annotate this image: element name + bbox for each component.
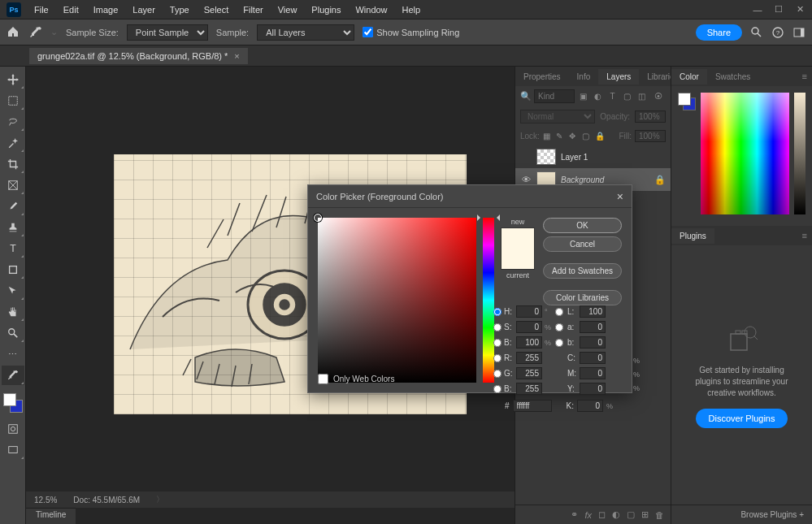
m-input[interactable] — [580, 367, 606, 379]
tab-info[interactable]: Info — [569, 69, 599, 84]
stamp-tool[interactable] — [2, 218, 24, 237]
lock-all-icon[interactable]: 🔒 — [595, 132, 605, 141]
sample-size-select[interactable]: Point Sample — [127, 24, 208, 41]
marquee-tool[interactable] — [2, 91, 24, 110]
show-sampling-ring-checkbox[interactable] — [363, 27, 373, 37]
menu-image[interactable]: Image — [87, 3, 125, 16]
show-sampling-ring-check[interactable]: Show Sampling Ring — [363, 27, 459, 37]
lock-pixel-icon[interactable]: ✎ — [556, 132, 566, 141]
bv-input[interactable] — [516, 383, 542, 395]
opacity-input[interactable] — [635, 110, 666, 123]
menu-type[interactable]: Type — [163, 3, 196, 16]
layer-name-label[interactable]: Background — [561, 175, 604, 184]
r-input[interactable] — [516, 352, 542, 364]
mask-icon[interactable]: ◻ — [598, 509, 606, 520]
home-icon[interactable] — [7, 25, 21, 40]
l-radio[interactable] — [555, 308, 563, 316]
trash-icon[interactable]: 🗑 — [655, 510, 664, 520]
lasso-tool[interactable] — [2, 112, 24, 132]
close-button[interactable]: ✕ — [794, 4, 805, 15]
b-radio[interactable] — [493, 339, 502, 347]
lab-b-radio[interactable] — [555, 339, 563, 347]
menu-plugins[interactable]: Plugins — [305, 3, 347, 16]
filter-toggle-icon[interactable]: ⦿ — [652, 90, 664, 102]
tab-swatches[interactable]: Swatches — [707, 69, 758, 84]
screenmode-tool[interactable] — [2, 440, 24, 460]
color-spectrum[interactable] — [701, 93, 789, 214]
menu-file[interactable]: File — [28, 3, 55, 16]
r-radio[interactable] — [493, 354, 502, 362]
filter-pixel-icon[interactable]: ▣ — [577, 90, 589, 102]
current-color-swatch[interactable] — [502, 249, 534, 269]
lock-pos-icon[interactable]: ✥ — [569, 132, 579, 141]
l-input[interactable] — [580, 305, 606, 318]
menu-layer[interactable]: Layer — [126, 3, 162, 16]
panel-menu-icon[interactable]: ≡ — [797, 231, 812, 240]
panel-color-swatches[interactable] — [678, 93, 696, 110]
s-radio[interactable] — [493, 323, 502, 331]
foreground-color-swatch[interactable] — [3, 393, 16, 406]
workspace-icon[interactable] — [792, 26, 805, 39]
zoom-tool[interactable] — [2, 323, 24, 343]
bv-radio[interactable] — [493, 385, 502, 393]
lab-b-input[interactable] — [580, 336, 606, 349]
layer-row[interactable]: Layer 1 — [515, 145, 671, 168]
hue-thumb[interactable] — [480, 216, 497, 219]
add-swatches-button[interactable]: Add to Swatches — [543, 263, 622, 279]
filter-smart-icon[interactable]: ◫ — [636, 90, 648, 102]
menu-edit[interactable]: Edit — [57, 3, 85, 16]
filter-shape-icon[interactable]: ▢ — [621, 90, 633, 102]
adjust-icon[interactable]: ◐ — [612, 509, 620, 520]
ok-button[interactable]: OK — [543, 218, 622, 233]
brightness-strip[interactable] — [794, 93, 805, 214]
tab-color[interactable]: Color — [671, 69, 707, 84]
menu-view[interactable]: View — [271, 3, 304, 16]
hex-input[interactable] — [513, 400, 552, 412]
s-input[interactable] — [516, 321, 542, 333]
tab-plugins[interactable]: Plugins — [671, 228, 714, 244]
type-tool[interactable]: T — [2, 239, 24, 258]
lock-trans-icon[interactable]: ▦ — [543, 132, 553, 141]
menu-filter[interactable]: Filter — [237, 3, 269, 16]
dialog-titlebar[interactable]: Color Picker (Foreground Color) × — [308, 185, 632, 208]
maximize-button[interactable]: ☐ — [773, 4, 784, 15]
eyedropper-icon[interactable] — [29, 26, 42, 39]
hand-tool[interactable] — [2, 302, 24, 322]
fx-icon[interactable]: fx — [584, 510, 592, 520]
only-web-checkbox[interactable] — [318, 374, 328, 384]
path-tool[interactable] — [2, 281, 24, 301]
timeline-tab[interactable]: Timeline — [26, 508, 76, 524]
layer-visibility-icon[interactable]: 👁 — [520, 175, 532, 184]
eyedropper-tool[interactable] — [2, 366, 24, 385]
menu-select[interactable]: Select — [198, 3, 236, 16]
hue-slider[interactable] — [483, 218, 494, 383]
frame-tool[interactable] — [2, 175, 24, 195]
help-icon[interactable]: ? — [771, 26, 784, 39]
sv-picker[interactable] — [318, 218, 476, 383]
search-icon[interactable] — [750, 26, 763, 39]
panel-menu-icon[interactable]: ≡ — [797, 71, 812, 81]
edit-toolbar[interactable]: ⋯ — [2, 344, 24, 364]
c-input[interactable] — [580, 352, 606, 364]
wand-tool[interactable] — [2, 133, 24, 153]
lock-nest-icon[interactable]: ▢ — [582, 132, 592, 141]
fill-input[interactable] — [635, 130, 666, 142]
new-layer-icon[interactable]: ⊞ — [641, 509, 649, 520]
dialog-close-icon[interactable]: × — [617, 190, 623, 203]
discover-plugins-button[interactable]: Discover Plugins — [696, 409, 788, 428]
g-input[interactable] — [516, 367, 542, 379]
g-radio[interactable] — [493, 370, 502, 378]
share-button[interactable]: Share — [696, 24, 742, 41]
link-icon[interactable]: ⚭ — [571, 509, 578, 520]
crop-tool[interactable] — [2, 154, 24, 174]
b-input[interactable] — [516, 336, 542, 349]
blend-mode-select[interactable]: Normal — [520, 110, 595, 123]
minimize-button[interactable]: — — [752, 4, 763, 15]
menu-window[interactable]: Window — [349, 3, 393, 16]
sample-select[interactable]: All Layers — [257, 24, 354, 41]
zoom-level[interactable]: 12.5% — [34, 496, 57, 505]
folder-icon[interactable]: ▢ — [627, 509, 635, 520]
tab-properties[interactable]: Properties — [515, 69, 569, 84]
menu-help[interactable]: Help — [396, 3, 428, 16]
a-input[interactable] — [580, 321, 606, 333]
